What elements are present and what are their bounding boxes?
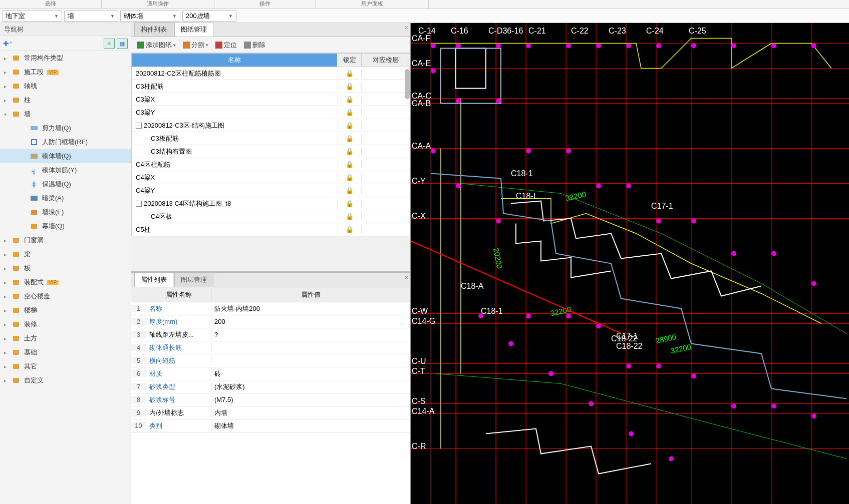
floor-dropdown[interactable]: 地下室▼ <box>2 11 62 22</box>
property-value[interactable]: 砖 <box>211 369 410 378</box>
tree-item[interactable]: ⋕保温墙(Q) <box>0 177 131 191</box>
drawing-row[interactable]: C4梁Y🔒 <box>132 184 410 197</box>
ribbon-tab[interactable]: 用户面板 <box>316 0 429 9</box>
tab-drawing-manage[interactable]: 图纸管理 <box>174 22 213 37</box>
expand-icon[interactable]: ▸ <box>4 98 11 103</box>
tab-component-list[interactable]: 构件列表 <box>134 22 173 37</box>
tree-item[interactable]: ▸施工段VIP <box>0 65 131 79</box>
tree-item[interactable]: ▸基础 <box>0 345 131 359</box>
drawing-row[interactable]: C4区柱配筋🔒 <box>132 158 410 171</box>
grid-view-icon[interactable]: ▦ <box>117 39 128 49</box>
expand-icon[interactable]: ▸ <box>4 70 11 75</box>
close-icon[interactable]: × <box>405 274 408 281</box>
tab-property-list[interactable]: 属性列表 <box>134 272 173 287</box>
expand-box-icon[interactable]: - <box>136 201 142 207</box>
close-icon[interactable]: × <box>405 24 408 31</box>
property-row[interactable]: 6材质砖 <box>131 367 410 380</box>
tree-item[interactable]: ▸空心楼盖 <box>0 289 131 303</box>
drawing-row[interactable]: C5柱🔒 <box>132 223 410 236</box>
expand-icon[interactable]: ▸ <box>4 252 11 257</box>
ribbon-tab[interactable]: 选择 <box>0 0 102 9</box>
tree-item[interactable]: 砌体墙(Q) <box>0 149 131 163</box>
expand-icon[interactable]: ▸ <box>4 350 11 355</box>
expand-icon[interactable]: ▸ <box>4 266 11 271</box>
drawing-row[interactable]: C3梁Y🔒 <box>132 106 410 119</box>
lock-icon[interactable]: 🔒 <box>338 174 362 181</box>
lock-icon[interactable]: 🔒 <box>338 109 362 116</box>
tree-item[interactable]: ▸梁 <box>0 247 131 261</box>
category-dropdown[interactable]: 墙▼ <box>64 11 118 22</box>
expand-icon[interactable]: ▸ <box>4 84 11 89</box>
ribbon-tab[interactable]: 操作 <box>214 0 316 9</box>
property-row[interactable]: 1名称防火墙-内墙200 <box>131 302 410 315</box>
property-value[interactable]: ? <box>211 331 410 338</box>
tab-layer-manage[interactable]: 图层管理 <box>174 272 213 287</box>
property-row[interactable]: 2厚度(mm)200 <box>131 315 410 328</box>
drawing-row[interactable]: 20200812-C2区柱配筋植筋图🔒 <box>132 67 410 80</box>
property-value[interactable]: 200 <box>211 318 410 325</box>
ribbon-tab[interactable]: 通用操作 <box>102 0 214 9</box>
tree-item[interactable]: ▸装配式VIP <box>0 275 131 289</box>
expand-icon[interactable]: ▸ <box>4 378 11 383</box>
expand-icon[interactable]: ▸ <box>4 336 11 341</box>
tree-item[interactable]: ▸板 <box>0 261 131 275</box>
drawing-row[interactable]: C4梁X🔒 <box>132 171 410 184</box>
delete-button[interactable]: 删除 <box>241 39 268 51</box>
add-icon[interactable]: ✚⁺ <box>3 40 13 48</box>
tree-item[interactable]: ▸楼梯 <box>0 303 131 317</box>
property-row[interactable]: 10类别砌体墙 <box>131 419 410 432</box>
drawing-row[interactable]: C4区板🔒 <box>132 210 410 223</box>
expand-box-icon[interactable]: - <box>136 123 142 129</box>
drawing-row[interactable]: C3结构布置图🔒 <box>132 145 410 158</box>
property-value[interactable]: 内墙 <box>211 408 410 417</box>
tree-item[interactable]: ▸装修 <box>0 317 131 331</box>
subtype-dropdown[interactable]: 200虚墙▼ <box>182 11 236 22</box>
property-row[interactable]: 3轴线距左墙皮...? <box>131 328 410 341</box>
lock-icon[interactable]: 🔒 <box>338 213 362 220</box>
tree-item[interactable]: ▾墙 <box>0 107 131 121</box>
expand-icon[interactable]: ▾ <box>4 112 11 117</box>
expand-icon[interactable]: ▸ <box>4 238 11 243</box>
property-value[interactable]: (水泥砂浆) <box>211 382 410 391</box>
tree-item[interactable]: ▸其它 <box>0 359 131 373</box>
lock-icon[interactable]: 🔒 <box>338 135 362 142</box>
scrollbar-thumb[interactable] <box>405 69 410 99</box>
tree-item[interactable]: 墙垛(E) <box>0 205 131 219</box>
tree-item[interactable]: ▸土方 <box>0 331 131 345</box>
expand-icon[interactable]: ▸ <box>4 294 11 299</box>
type-dropdown[interactable]: 砌体墙▼ <box>120 11 180 22</box>
locate-button[interactable]: 定位 <box>212 39 240 51</box>
property-row[interactable]: 4砌体通长筋 <box>131 341 410 354</box>
cad-canvas[interactable]: C-14C-16C-D36-16C-21C-22C-23C-24C-25 CA-… <box>411 23 849 504</box>
tree-item[interactable]: ▸门窗洞 <box>0 233 131 247</box>
expand-icon[interactable]: ▸ <box>4 322 11 327</box>
lock-icon[interactable]: 🔒 <box>338 83 362 90</box>
drawing-row[interactable]: C3板配筋🔒 <box>132 132 410 145</box>
tree-item[interactable]: ▸轴线 <box>0 79 131 93</box>
tree-item[interactable]: 幕墙(Q) <box>0 219 131 233</box>
lock-icon[interactable]: 🔒 <box>338 187 362 194</box>
tree-item[interactable]: 人防门框墙(RF) <box>0 135 131 149</box>
property-row[interactable]: 5横向短筋 <box>131 354 410 367</box>
tree-item[interactable]: ▸柱 <box>0 93 131 107</box>
expand-icon[interactable]: ▸ <box>4 308 11 313</box>
lock-icon[interactable]: 🔒 <box>338 226 362 233</box>
lock-icon[interactable]: 🔒 <box>338 96 362 103</box>
tree-item[interactable]: 暗梁(A) <box>0 191 131 205</box>
list-view-icon[interactable]: ≡ <box>104 39 115 49</box>
drawing-row[interactable]: C3柱配筋🔒 <box>132 80 410 93</box>
split-button[interactable]: 分割▾ <box>180 39 211 51</box>
expand-icon[interactable]: ▸ <box>4 280 11 285</box>
property-value[interactable]: (M7.5) <box>211 396 410 403</box>
drawing-row[interactable]: -20200813 C4区结构施工图_t8🔒 <box>132 197 410 210</box>
lock-icon[interactable]: 🔒 <box>338 122 362 129</box>
tree-item[interactable]: ╗砌体加筋(Y) <box>0 163 131 177</box>
expand-icon[interactable]: ▸ <box>4 364 11 369</box>
drawing-row[interactable]: -20200812-C3区-结构施工图🔒 <box>132 119 410 132</box>
property-row[interactable]: 7砂浆类型(水泥砂浆) <box>131 380 410 393</box>
lock-icon[interactable]: 🔒 <box>338 70 362 77</box>
lock-icon[interactable]: 🔒 <box>338 200 362 207</box>
property-value[interactable]: 砌体墙 <box>211 421 410 430</box>
tree-item[interactable]: 剪力墙(Q) <box>0 121 131 135</box>
drawing-row[interactable]: C3梁X🔒 <box>132 93 410 106</box>
